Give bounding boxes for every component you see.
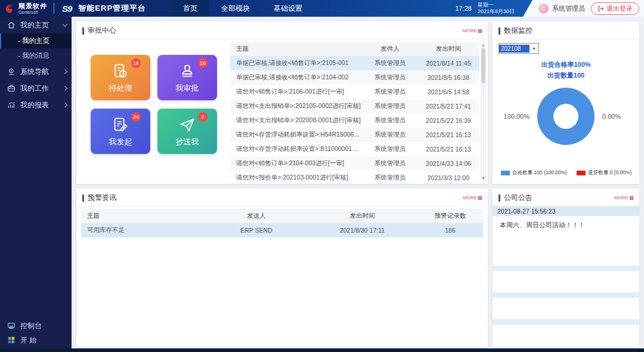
scroll-up-icon[interactable]: ▲ xyxy=(481,43,485,47)
date-block: 星期一 2021年8月30日 xyxy=(478,2,515,16)
tile-initiate[interactable]: 24我发起 xyxy=(91,109,150,154)
logout-button[interactable]: 退出登录 xyxy=(591,2,639,15)
chevron-right-icon xyxy=(63,103,67,107)
legend-swatch xyxy=(577,171,586,175)
badge-count: 2 xyxy=(198,112,208,122)
tile-pending[interactable]: 19待处理 xyxy=(91,55,150,100)
donut-right-label: 0.00% xyxy=(602,113,633,120)
table-cell: 系统管理员 xyxy=(363,85,417,99)
title-accent-bar xyxy=(82,194,84,202)
table-row[interactable]: 请您对<存货浮动耗损率设置>:H54R15006002进行[审核]系统管理员20… xyxy=(230,128,479,142)
table-cell: ERP SEND xyxy=(206,223,307,237)
console-monitor-icon xyxy=(7,322,16,330)
data-monitor-panel: 数据监控 202108 ▼ 出货合格率100% 出货数量100 100.00% … xyxy=(493,21,639,184)
table-header-row: 主题 发件人 发出时间 xyxy=(230,42,479,56)
table-cell: 请您对<存货浮动耗损率设置>:H54R15006002进行[审核] xyxy=(230,128,363,142)
report-chart-icon xyxy=(7,101,16,109)
table-row[interactable]: 请您对<报价单>:202103-0001进行[审核]系统管理员2021/3/3 … xyxy=(230,171,479,185)
badge-count: 24 xyxy=(131,112,141,122)
subitem-label: - 我的主页 xyxy=(18,36,49,45)
donut-chart[interactable] xyxy=(537,88,595,145)
table-row[interactable]: 请您对<存货浮动耗损率设置>:B11000001进行[审核]系统管理员2021/… xyxy=(230,142,479,156)
scroll-thumb[interactable] xyxy=(481,48,485,83)
start-button[interactable]: 开 始 xyxy=(0,333,72,347)
table-cell: 2021/5/21 16:13 xyxy=(417,128,479,142)
pass-rate-text: 出货合格率100% xyxy=(499,60,633,70)
scroll-down-icon[interactable]: ▼ xyxy=(481,176,485,180)
table-cell: 2021/5/21 16:13 xyxy=(417,142,479,156)
more-label: MORE xyxy=(463,28,477,33)
more-label: MORE xyxy=(614,195,628,200)
table-cell: 系统管理员 xyxy=(363,113,417,128)
chevron-right-icon xyxy=(63,69,67,74)
table-row[interactable]: 请您对<支出报销单>:202105-0002进行[审核]系统管理员2021/5/… xyxy=(230,99,479,113)
table-row[interactable]: 单据已审核,请接收<销售订单>:2104-002系统管理员2021/8/5 16… xyxy=(230,70,479,85)
brand-logo: 顺景软件 Centersoft S9 智能ERP管理平台 xyxy=(0,2,146,14)
sidebar-item-my-reports[interactable]: 我的报表 xyxy=(0,97,72,113)
table-row[interactable]: 单据已审核,请接收<销售订单>:2105-001系统管理员2021/8/14 1… xyxy=(230,56,479,70)
col-sender: 发送人 xyxy=(206,209,307,223)
table-cell: 2021/8/5 16:38 xyxy=(417,70,479,85)
alerts-more-link[interactable]: MORE xyxy=(463,195,482,200)
announcements-more-link[interactable]: MORE xyxy=(614,195,633,200)
table-row[interactable]: 请您对<销售订单>:2106-001进行[一审]系统管理员2021/6/5 14… xyxy=(230,85,479,99)
approval-center-panel: 审批中心 MORE 19待处理16我审批24我发起2抄送我 主题 发件人 xyxy=(76,21,488,184)
sidebar-item-my-home[interactable]: 我的主页 xyxy=(0,17,72,33)
monitor-panel-title: 数据监控 xyxy=(504,26,532,36)
legend-item: 退货数量 0 (0.00%) xyxy=(577,169,631,177)
title-accent-bar xyxy=(499,194,500,202)
table-cell: 请您对<报价单>:202103-0001进行[审核] xyxy=(230,171,363,185)
table-row[interactable]: 可用库存不足ERP SEND2021/8/30 17:11186 xyxy=(81,223,483,237)
weekday-label: 星期一 xyxy=(478,2,515,8)
stamp-icon xyxy=(178,62,196,80)
doc-clock-icon xyxy=(112,62,129,80)
title-accent-bar xyxy=(82,27,84,35)
announcements-panel-title: 公司公告 xyxy=(504,193,532,203)
console-button[interactable]: 控制台 xyxy=(0,319,72,333)
home-icon xyxy=(7,21,16,29)
table-cell: 2021/5/22 16:39 xyxy=(417,113,479,128)
logout-label: 退出登录 xyxy=(606,4,633,13)
col-subject: 主题 xyxy=(81,209,206,223)
tab-2[interactable]: 基础设置 xyxy=(262,0,314,17)
user-avatar[interactable] xyxy=(538,4,549,14)
more-icon xyxy=(630,196,633,200)
table-cell: 系统管理员 xyxy=(363,99,417,113)
table-row[interactable]: 请您对<支出报销单>:202008-0001进行[审核]系统管理员2021/5/… xyxy=(230,113,479,128)
alerts-table: 主题 发送人 发出时间 预警记录数 可用库存不足ERP SEND2021/8/3… xyxy=(81,209,483,237)
sidebar-subitem-my-home[interactable]: - 我的主页 xyxy=(0,33,72,48)
approval-more-link[interactable]: MORE xyxy=(463,28,482,33)
col-time: 发出时间 xyxy=(307,209,417,223)
table-cell: 请您对<支出报销单>:202008-0001进行[审核] xyxy=(230,113,363,128)
legend-item: 合格数量 100 (100.00%) xyxy=(501,169,567,177)
sidebar-item-my-work[interactable]: 我的工作 xyxy=(0,80,72,97)
period-select[interactable]: 202108 ▼ xyxy=(499,43,539,54)
sidebar-subitem-my-messages[interactable]: - 我的消息 xyxy=(0,48,72,63)
approval-table: 主题 发件人 发出时间 单据已审核,请接收<销售订单>:2105-001系统管理… xyxy=(230,42,479,185)
tab-1[interactable]: 全部模块 xyxy=(209,0,262,17)
sidebar-item-label: 我的主页 xyxy=(20,20,58,30)
table-scrollbar[interactable]: ▲ ▼ xyxy=(481,43,486,180)
monitor-stats: 出货合格率100% 出货数量100 xyxy=(499,60,633,81)
announcement-time: 2021-08-27 15:56:23 xyxy=(493,206,639,216)
tile-approve[interactable]: 16我审批 xyxy=(157,55,217,100)
table-cell: 可用库存不足 xyxy=(81,223,206,237)
brand-name-cn: 顺景软件 xyxy=(18,3,47,10)
alerts-panel: 预警资讯 MORE 主题 发送人 发出时间 预警记录数 xyxy=(76,189,488,347)
table-cell: 单据已审核,请接收<销售订单>:2105-001 xyxy=(230,56,363,70)
approval-tiles: 19待处理16我审批24我发起2抄送我 xyxy=(76,39,230,184)
table-cell: 2021/8/14 11:45 xyxy=(417,56,479,70)
table-header-row: 主题 发送人 发出时间 预警记录数 xyxy=(81,209,483,223)
tile-cc[interactable]: 2抄送我 xyxy=(157,109,217,154)
table-cell: 2021/6/5 14:58 xyxy=(417,85,479,99)
chevron-right-icon xyxy=(63,86,67,91)
table-row[interactable]: 请您对<销售订单>:2104-003进行[一审]系统管理员2021/4/23 1… xyxy=(230,156,479,171)
tab-0[interactable]: 首页 xyxy=(171,0,209,17)
brand-swirl-icon xyxy=(4,2,16,14)
table-cell: 请您对<销售订单>:2106-001进行[一审] xyxy=(230,85,363,99)
announcements-panel: 公司公告 MORE 2021-08-27 15:56:23本周六、周日公司活动！… xyxy=(493,189,639,347)
table-cell: 系统管理员 xyxy=(363,70,417,85)
sidebar-item-system-nav[interactable]: 系统导航 xyxy=(0,63,72,80)
nav-pin-icon xyxy=(7,67,16,76)
badge-count: 16 xyxy=(198,58,208,68)
